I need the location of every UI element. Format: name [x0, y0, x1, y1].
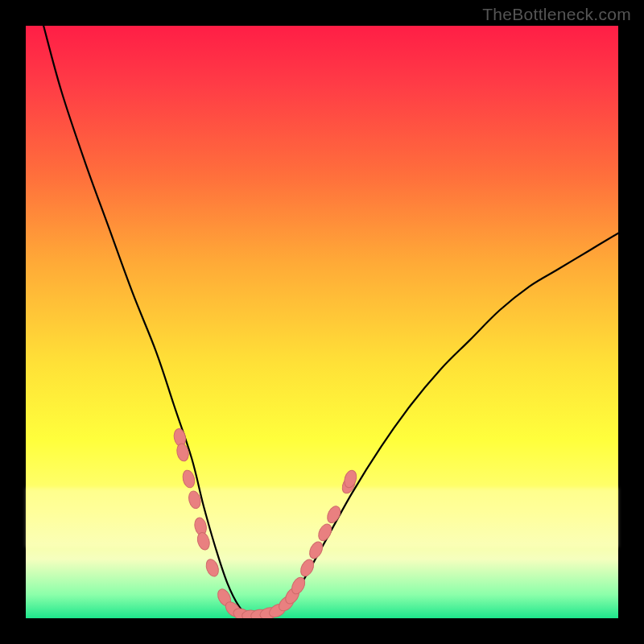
plot-area: [26, 26, 618, 618]
data-marker: [204, 558, 221, 578]
data-marker: [196, 531, 211, 551]
data-marker: [316, 522, 334, 543]
data-marker: [307, 539, 324, 560]
chart-svg: [26, 26, 618, 618]
data-markers: [172, 427, 358, 618]
data-marker: [181, 469, 196, 489]
data-marker: [298, 557, 316, 578]
data-marker: [325, 504, 343, 525]
chart-frame: TheBottleneck.com: [0, 0, 644, 644]
watermark-text: TheBottleneck.com: [482, 5, 631, 24]
